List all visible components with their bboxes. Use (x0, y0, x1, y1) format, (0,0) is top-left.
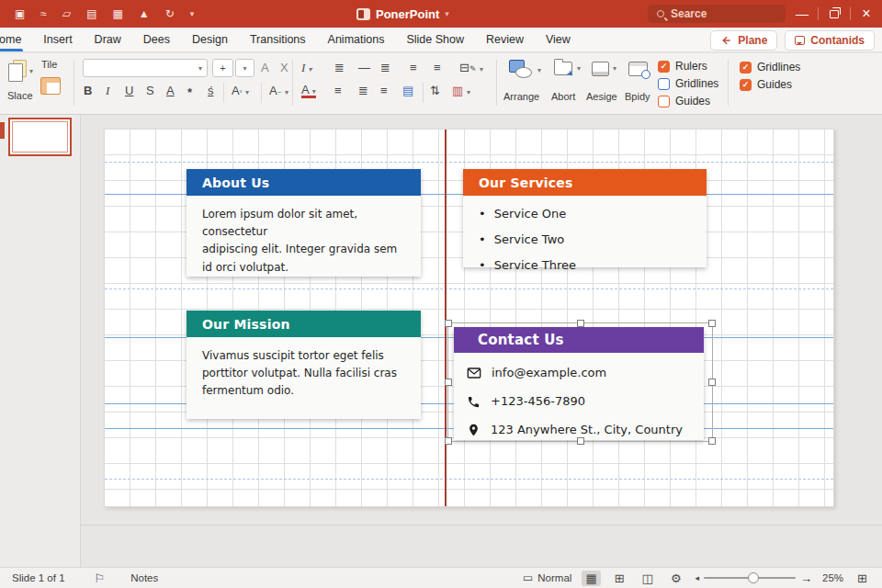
replace-label[interactable]: Bpidy (625, 91, 650, 102)
text-shadow-button[interactable]: A (166, 84, 175, 97)
normal-view-label-group[interactable]: ▭ Normal (523, 571, 571, 584)
abort-icon[interactable] (554, 62, 572, 75)
selection-handle[interactable] (577, 437, 584, 445)
tab-review[interactable]: Review (475, 28, 535, 51)
tab-draw[interactable]: Draw (84, 28, 132, 51)
our-mission-textbox[interactable]: Our Mission Vivamus suscipit tortor eget… (187, 311, 421, 419)
normal-view-button[interactable]: ▦ (582, 571, 600, 586)
columns-icon[interactable]: ▤ (402, 84, 413, 97)
comments-button[interactable]: Contanids (785, 30, 875, 51)
restore-button[interactable] (819, 6, 850, 21)
slide-canvas[interactable]: About Us Lorem ipsum dolor sit amet, con… (104, 129, 834, 507)
zoom-out-button[interactable]: ◂ (695, 573, 700, 582)
print-icon[interactable]: ▤ (86, 8, 96, 19)
new-page-icon[interactable]: ▦ (113, 8, 123, 19)
search-input[interactable]: Searce (648, 5, 786, 23)
about-us-textbox[interactable]: About Us Lorem ipsum dolor sit amet, con… (187, 169, 421, 277)
selection-handle[interactable] (708, 379, 716, 386)
settings-gear-icon[interactable]: ⚙ (667, 571, 685, 586)
share-button[interactable]: Plane (710, 30, 777, 51)
zoom-thumb[interactable] (748, 572, 759, 583)
bold-button[interactable]: B (84, 84, 92, 97)
align-left-icon[interactable]: ≡ (334, 84, 342, 97)
special-char-button[interactable]: * (187, 85, 192, 99)
line-spacing-icon[interactable]: ⇅ (430, 84, 440, 97)
align-justify-icon[interactable]: ≣ (358, 84, 368, 97)
indent-icon[interactable]: ≡ (380, 84, 388, 97)
design-label[interactable]: Aesige (586, 91, 617, 102)
abort-label[interactable]: Abort (551, 91, 575, 102)
selection-handle[interactable] (445, 437, 452, 445)
selection-handle[interactable] (708, 437, 716, 445)
italic-dropdown[interactable]: I ▾ (301, 61, 312, 75)
guide-vertical-red[interactable] (445, 130, 447, 506)
dash-list-icon[interactable]: — (358, 61, 370, 74)
tab-design[interactable]: Design (181, 28, 239, 51)
selection-handle[interactable] (445, 320, 452, 327)
numbered-list-icon[interactable]: ≣ (380, 61, 390, 74)
save-icon[interactable]: ▣ (15, 8, 25, 19)
selection-handle[interactable] (708, 320, 716, 327)
minimize-button[interactable]: — (786, 6, 818, 21)
new-slide-label[interactable]: Slace (7, 90, 33, 101)
chevron-down-icon[interactable]: ▾ (29, 67, 33, 75)
arrange-label[interactable]: Arrange (503, 91, 539, 102)
chevron-down-icon[interactable]: ▾ (445, 9, 449, 18)
our-services-textbox[interactable]: Our Services •Service One •Service Two •… (463, 169, 707, 267)
tab-insert[interactable]: Insert (32, 28, 83, 51)
contact-us-textbox[interactable]: Contact Us info@example.com +123-456-789… (454, 327, 704, 440)
notes-button[interactable]: Notes (130, 572, 158, 583)
chevron-down-icon[interactable]: ▾ (613, 64, 616, 73)
chevron-down-icon[interactable]: ▾ (577, 64, 581, 73)
bullet-list-icon[interactable]: ≣ (334, 61, 345, 74)
notes-divider[interactable] (81, 525, 882, 526)
font-size-input[interactable]: + (212, 59, 233, 77)
tab-home[interactable]: Home (0, 28, 32, 51)
change-case-button[interactable]: A~ ▾ (269, 84, 288, 97)
character-spacing-button[interactable]: Aᵛ ▾ (232, 84, 249, 97)
copy-icon[interactable]: ▱ (62, 8, 71, 19)
font-color-button[interactable]: A▾ (301, 84, 316, 98)
new-slide-icon[interactable] (8, 63, 23, 82)
grow-font-button[interactable]: A (261, 61, 269, 74)
clear-format-button[interactable]: X (280, 61, 288, 74)
tab-slide-show[interactable]: Slide Show (395, 28, 475, 51)
tab-transitions[interactable]: Transitions (239, 28, 317, 51)
pointer-icon[interactable]: ▲ (139, 8, 150, 19)
reading-view-button[interactable]: ◫ (639, 571, 657, 586)
zoom-in-button[interactable]: → (800, 571, 812, 585)
layout-label[interactable]: Tile (41, 59, 57, 70)
slide-thumbnail-1[interactable] (8, 118, 72, 156)
font-name-select[interactable]: ▾ (83, 59, 208, 77)
underline-button[interactable]: U (125, 84, 133, 97)
spellcheck-flag-icon[interactable]: ⚐ (95, 571, 106, 585)
tab-view[interactable]: View (535, 28, 582, 51)
text-direction-icon[interactable]: ▥ ▾ (452, 84, 470, 97)
font-size-select[interactable]: ▾ (235, 59, 254, 77)
design-icon[interactable] (592, 62, 609, 76)
subscript-button[interactable]: ś (208, 84, 214, 97)
tab-dees[interactable]: Dees (132, 28, 181, 51)
selection-handle[interactable] (577, 320, 584, 327)
zoom-track[interactable] (704, 577, 796, 579)
italic-button[interactable]: I (106, 84, 109, 98)
undo-icon[interactable]: ≈ (40, 8, 47, 19)
align-center-icon[interactable]: ≡ (410, 61, 417, 74)
gridlines-checkbox[interactable]: Gridlines (658, 77, 718, 90)
layout-table-icon[interactable] (40, 77, 61, 95)
redo-icon[interactable]: ↻ (165, 8, 175, 19)
gridlines-checkbox-2[interactable]: ✓ Gridlines (740, 61, 800, 74)
replace-icon[interactable] (628, 62, 648, 76)
fit-to-window-button[interactable]: ⊞ (854, 571, 871, 586)
align-right-icon[interactable]: ≡ (434, 61, 441, 74)
chevron-down-icon[interactable]: ▾ (537, 66, 541, 74)
guides-checkbox[interactable]: Guides (658, 95, 710, 107)
chevron-down-icon[interactable]: ▾ (190, 10, 195, 18)
slide-sorter-button[interactable]: ⊞ (611, 571, 628, 586)
strikethrough-button[interactable]: S (146, 84, 154, 97)
tab-animations[interactable]: Animations (317, 28, 396, 51)
shape-format-icon[interactable]: ⊟✎ ▾ (459, 61, 483, 74)
guides-checkbox-2[interactable]: ✓ Guides (740, 78, 792, 91)
arrange-icon[interactable] (509, 60, 535, 82)
close-button[interactable]: × (851, 6, 882, 22)
